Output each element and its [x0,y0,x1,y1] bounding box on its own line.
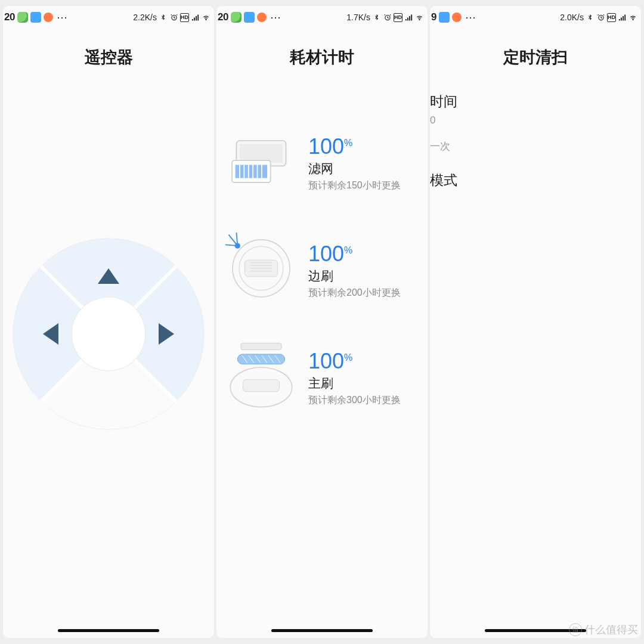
main-name: 主刷 [308,375,428,392]
wechat-icon [231,12,242,23]
app-icon [44,13,53,22]
screen-schedule: 9 ⋯ 2.0K/s HD 定时清扫 时间 0 一次 [430,6,641,638]
row-value: 0 [430,114,629,126]
main-pct: 100 [308,349,344,373]
side-sub: 预计剩余200小时更换 [308,287,428,299]
hd-icon: HD [180,13,189,22]
more-icon: ⋯ [270,11,281,24]
bluetooth-icon [586,13,595,22]
signal-icon [191,13,200,22]
wifi-icon [202,13,210,22]
svg-rect-29 [241,343,281,350]
schedule-row-time[interactable]: 时间 0 [430,92,629,126]
watermark: 值 什么值得买 [569,623,638,637]
svg-rect-38 [243,379,280,391]
network-speed: 2.0K/s [560,13,584,22]
schedule-row-mode[interactable]: 模式 [430,171,629,190]
remote-dpad [3,227,214,441]
row-value: 一次 [430,140,629,153]
consumable-filter[interactable]: 100% 滤网 预计剩余150小时更换 [222,107,428,215]
status-bar: 20 ⋯ 1.7K/s HD [216,6,428,29]
filter-name: 滤网 [308,160,428,177]
status-time: 20 [218,11,228,23]
wifi-icon [628,13,637,22]
home-indicator[interactable] [271,629,373,632]
svg-point-6 [72,297,145,371]
hd-icon: HD [394,13,402,22]
status-time: 20 [4,11,15,23]
cloud-icon [30,12,41,23]
main-sub: 预计剩余300小时更换 [308,394,428,407]
signal-icon [404,13,413,22]
screen-remote: 20 ⋯ 2.2K/s HD [3,6,214,638]
cloud-icon [244,12,255,23]
status-bar: 20 ⋯ 2.2K/s HD [3,6,214,29]
schedule-row-repeat[interactable]: 一次 [430,140,629,153]
watermark-icon: 值 [569,623,582,636]
alarm-icon [169,13,178,22]
cloud-icon [439,12,450,23]
alarm-icon [596,13,605,22]
consumable-side-brush[interactable]: 100% 边刷 预计剩余200小时更换 [222,215,428,322]
row-label: 时间 [430,92,629,111]
page-title: 定时清扫 [430,47,641,68]
page-title: 遥控器 [3,47,214,68]
alarm-icon [383,13,392,22]
side-name: 边刷 [308,268,428,284]
svg-rect-9 [240,144,283,162]
consumable-main-brush[interactable]: 100% 主刷 预计剩余300小时更换 [222,322,428,429]
watermark-text: 什么值得买 [584,623,638,637]
screen-consumables: 20 ⋯ 1.7K/s HD 耗材计时 [216,6,428,638]
filter-sub: 预计剩余150小时更换 [308,179,428,192]
side-pct: 100 [308,242,344,266]
page-title: 耗材计时 [216,47,428,68]
signal-icon [618,13,627,22]
network-speed: 2.2K/s [133,13,157,22]
svg-point-28 [235,243,240,249]
app-icon [452,13,462,22]
app-icon [257,13,267,22]
wechat-icon [17,12,28,23]
bluetooth-icon [372,13,381,22]
home-indicator[interactable] [58,629,159,632]
side-brush-icon [222,230,300,307]
status-time: 9 [431,11,436,23]
row-label: 模式 [430,171,629,190]
status-bar: 9 ⋯ 2.0K/s HD [430,6,641,29]
main-brush-icon [222,337,300,414]
bluetooth-icon [159,13,168,22]
more-icon: ⋯ [57,11,68,24]
filter-icon [222,122,300,200]
network-speed: 1.7K/s [346,13,370,22]
hd-icon: HD [607,13,616,22]
wifi-icon [415,13,424,22]
more-icon: ⋯ [465,11,476,24]
filter-pct: 100 [308,134,344,159]
